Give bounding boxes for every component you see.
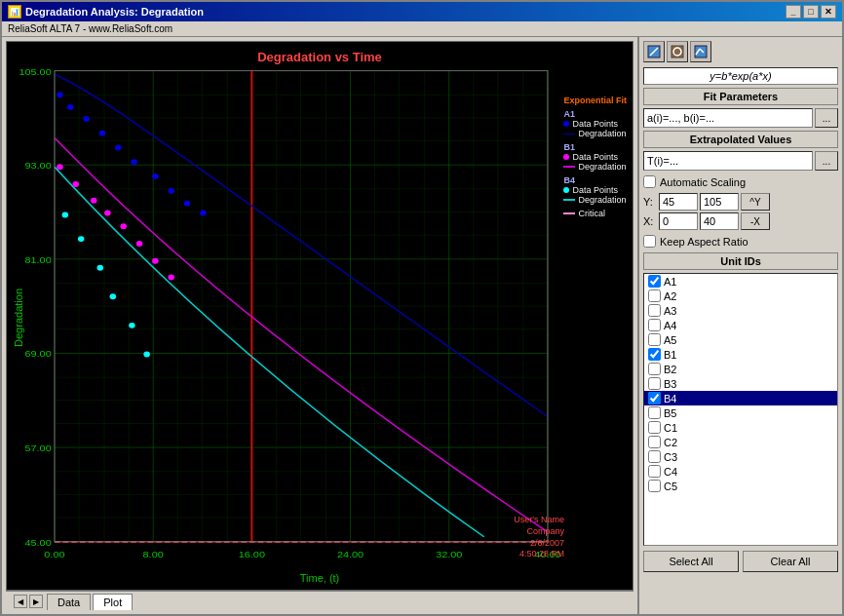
formula-bar: y=b*exp(a*x) <box>643 67 838 85</box>
fit-params-header: Fit Parameters <box>643 88 838 105</box>
unit-item[interactable]: B4 <box>644 391 837 405</box>
svg-text:93.00: 93.00 <box>24 161 51 171</box>
clear-all-button[interactable]: Clear All <box>743 551 838 572</box>
b1-line <box>563 166 575 168</box>
unit-checkbox-c1[interactable] <box>648 421 661 434</box>
user-time: 4:50:28 PM <box>514 549 564 560</box>
unit-checkbox-c3[interactable] <box>648 450 661 463</box>
tab-prev-button[interactable]: ◀ <box>14 595 27 608</box>
unit-item[interactable]: A3 <box>644 303 837 318</box>
unit-checkbox-b4[interactable] <box>648 392 661 404</box>
svg-point-67 <box>200 211 207 216</box>
select-all-button[interactable]: Select All <box>643 551 739 572</box>
tab-bar: ◀ ▶ Data Plot <box>6 591 633 610</box>
tool-icon-2[interactable] <box>667 41 688 62</box>
minimize-button[interactable]: _ <box>786 5 801 19</box>
unit-checkbox-a4[interactable] <box>648 319 661 331</box>
y-axis-label: Degradation <box>13 289 24 347</box>
tab-plot[interactable]: Plot <box>93 594 133 610</box>
unit-checkbox-b1[interactable] <box>648 348 661 361</box>
y-max-input[interactable] <box>700 193 739 211</box>
unit-item[interactable]: A5 <box>644 332 837 347</box>
x-axis-button[interactable]: -X <box>741 212 770 230</box>
unit-checkbox-a1[interactable] <box>648 275 661 288</box>
unit-checkbox-b2[interactable] <box>648 363 661 375</box>
auto-scaling-checkbox[interactable] <box>643 175 656 188</box>
user-info: User's Name Company 2/6/2007 4:50:28 PM <box>514 515 564 560</box>
unit-checkbox-a5[interactable] <box>648 333 661 346</box>
content-area: Degradation vs Time Degradation <box>2 37 842 614</box>
maximize-button[interactable]: □ <box>803 5 819 19</box>
svg-point-75 <box>168 275 174 281</box>
keep-aspect-ratio-checkbox[interactable] <box>643 235 656 248</box>
svg-point-65 <box>168 188 174 194</box>
bottom-buttons: Select All Clear All <box>643 551 838 572</box>
window-title: Degradation Analysis: Degradation <box>25 6 204 18</box>
svg-point-73 <box>136 241 143 247</box>
svg-point-81 <box>143 351 150 357</box>
svg-text:81.00: 81.00 <box>24 254 51 264</box>
unit-checkbox-c5[interactable] <box>648 480 661 492</box>
svg-point-60 <box>83 116 90 122</box>
svg-point-61 <box>99 131 106 136</box>
unit-label-c5: C5 <box>664 481 677 492</box>
chart-area: Degradation vs Time Degradation <box>2 37 637 614</box>
fit-params-row: ... <box>643 108 838 128</box>
x-max-input[interactable] <box>700 212 739 230</box>
fit-params-button[interactable]: ... <box>815 108 838 128</box>
critical-line <box>563 212 575 214</box>
tool-icon-3[interactable] <box>690 41 711 62</box>
unit-item[interactable]: A2 <box>644 289 837 303</box>
legend-critical: Critical <box>563 209 627 218</box>
chart-title: Degradation vs Time <box>7 50 633 64</box>
unit-checkbox-a2[interactable] <box>648 289 661 302</box>
unit-item[interactable]: C5 <box>644 479 837 493</box>
unit-checkbox-a3[interactable] <box>648 304 661 317</box>
extrapolated-button[interactable]: ... <box>815 151 838 171</box>
unit-item[interactable]: C4 <box>644 464 837 479</box>
x-min-input[interactable] <box>659 212 698 230</box>
scaling-section: Y: ^Y X: -X <box>643 193 838 230</box>
svg-text:32.00: 32.00 <box>436 550 462 559</box>
unit-label-c3: C3 <box>664 451 677 463</box>
legend-b1-label: B1 <box>563 142 627 152</box>
unit-checkbox-b5[interactable] <box>648 406 661 419</box>
y-axis-button[interactable]: ^Y <box>741 193 770 211</box>
fit-label: Exponential Fit <box>563 96 627 105</box>
unit-label-b2: B2 <box>664 364 676 375</box>
unit-item[interactable]: A4 <box>644 318 837 332</box>
unit-checkbox-c4[interactable] <box>648 465 661 478</box>
tab-next-button[interactable]: ▶ <box>29 595 43 608</box>
unit-item[interactable]: B3 <box>644 376 837 391</box>
a1-line <box>563 134 575 135</box>
unit-checkbox-b3[interactable] <box>648 377 661 390</box>
unit-item[interactable]: C1 <box>644 420 837 435</box>
x-label: X: <box>643 215 657 227</box>
unit-item[interactable]: C3 <box>644 449 837 464</box>
fit-params-input[interactable] <box>643 108 813 128</box>
svg-text:57.00: 57.00 <box>24 443 51 452</box>
unit-item[interactable]: B5 <box>644 405 837 420</box>
svg-text:69.00: 69.00 <box>24 349 51 359</box>
svg-text:45.00: 45.00 <box>24 537 51 547</box>
unit-checkbox-c2[interactable] <box>648 436 661 448</box>
tool-icon-1[interactable] <box>643 41 665 62</box>
unit-item[interactable]: A1 <box>644 274 837 289</box>
main-window: 📊 Degradation Analysis: Degradation _ □ … <box>0 0 844 616</box>
svg-text:8.00: 8.00 <box>143 550 164 559</box>
tab-data[interactable]: Data <box>47 594 91 610</box>
svg-rect-87 <box>695 46 707 58</box>
keep-aspect-ratio-label: Keep Aspect Ratio <box>660 236 748 248</box>
y-label: Y: <box>643 196 657 208</box>
unit-item[interactable]: B2 <box>644 362 837 376</box>
legend-b4-degradation: Degradation <box>563 195 627 205</box>
close-button[interactable]: ✕ <box>821 5 836 19</box>
right-panel: y=b*exp(a*x) Fit Parameters ... Extrapol… <box>637 37 842 614</box>
chart-legend: Exponential Fit A1 Data Points Degradati… <box>563 96 627 218</box>
svg-point-68 <box>57 164 63 170</box>
y-min-input[interactable] <box>659 193 698 211</box>
unit-item[interactable]: C2 <box>644 435 837 449</box>
x-scaling-row: X: -X <box>643 212 838 230</box>
unit-item[interactable]: B1 <box>644 347 837 362</box>
extrapolated-input[interactable] <box>643 151 813 171</box>
